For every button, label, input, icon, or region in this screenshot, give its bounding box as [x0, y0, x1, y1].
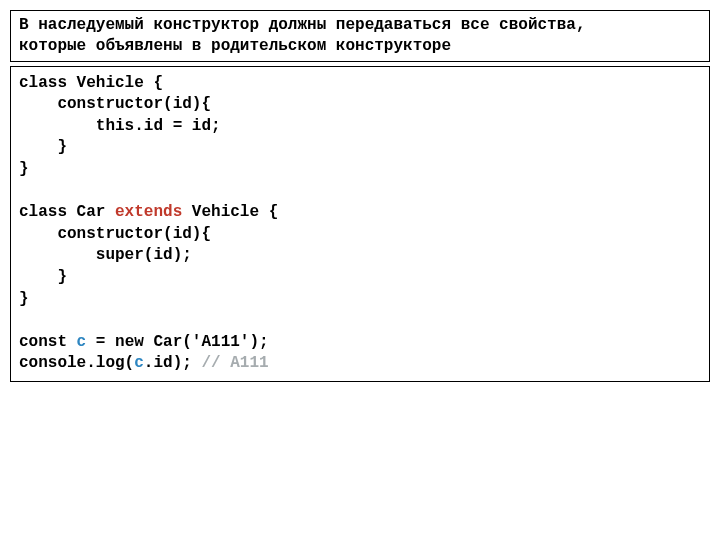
code-line: super(id);	[19, 246, 192, 264]
code-comment: // A111	[201, 354, 268, 372]
instruction-line-2: которые объявлены в родительском констру…	[19, 37, 451, 55]
instruction-line-1: В наследуемый конструктор должны передав…	[19, 16, 586, 34]
code-line: }	[19, 290, 29, 308]
code-text: console.log(	[19, 354, 134, 372]
code-line: }	[19, 138, 67, 156]
keyword-extends: extends	[115, 203, 182, 221]
code-line: }	[19, 268, 67, 286]
identifier-c: c	[134, 354, 144, 372]
code-line: class Vehicle {	[19, 74, 163, 92]
identifier-c: c	[77, 333, 87, 351]
code-line: constructor(id){	[19, 225, 211, 243]
code-text: .id);	[144, 354, 202, 372]
instruction-header: В наследуемый конструктор должны передав…	[10, 10, 710, 62]
code-text: = new Car('A111');	[86, 333, 268, 351]
code-line: constructor(id){	[19, 95, 211, 113]
code-block: class Vehicle { constructor(id){ this.id…	[10, 66, 710, 382]
code-text: Vehicle {	[182, 203, 278, 221]
code-line: this.id = id;	[19, 117, 221, 135]
code-line: }	[19, 160, 29, 178]
code-text: class Car	[19, 203, 115, 221]
code-text: const	[19, 333, 77, 351]
